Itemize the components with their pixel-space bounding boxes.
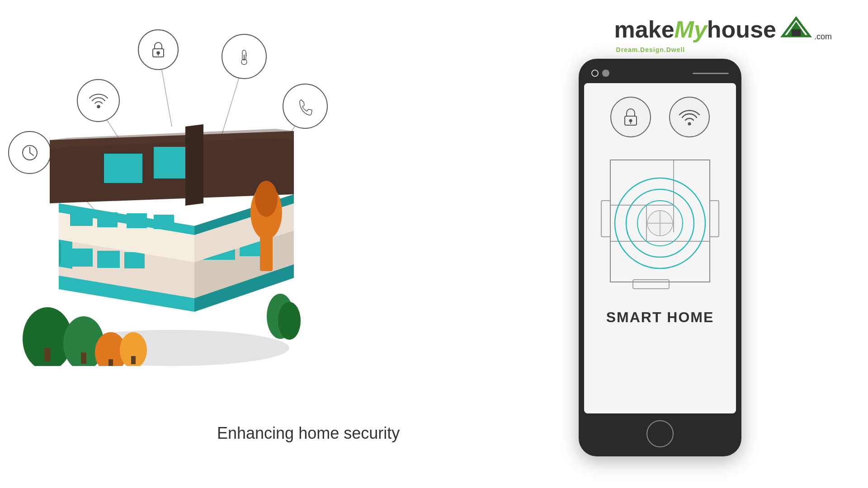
svg-rect-46 [44, 348, 51, 361]
svg-rect-22 [68, 249, 93, 267]
svg-rect-24 [124, 252, 145, 268]
phone-mockup: SMART HOME [579, 59, 741, 456]
phone-status-bar [693, 73, 729, 74]
smart-home-label: SMART HOME [606, 309, 714, 326]
phone-speaker-icon [602, 70, 609, 77]
right-section: make My house .com Dream.Design.Dwell [452, 0, 868, 488]
phone-screen: SMART HOME [584, 83, 736, 413]
left-section: Enhancing home security [0, 0, 452, 488]
svg-rect-34 [97, 212, 118, 227]
screen-wifi-icon [669, 97, 710, 137]
phone-camera-area [591, 70, 609, 77]
svg-rect-48 [81, 352, 86, 364]
svg-rect-33 [70, 210, 93, 226]
house-illustration [14, 23, 321, 366]
logo-house: house [707, 18, 776, 41]
logo-make: make [614, 18, 675, 41]
svg-rect-57 [792, 29, 801, 36]
svg-rect-23 [97, 251, 120, 268]
svg-rect-52 [131, 356, 136, 364]
svg-point-59 [629, 119, 632, 122]
screen-lock-icon [610, 97, 651, 137]
svg-rect-50 [108, 359, 113, 366]
phone-camera-icon [591, 70, 599, 77]
svg-rect-73 [601, 201, 610, 237]
logo-tagline: Dream.Design.Dwell [616, 46, 685, 53]
phone-top-bar [582, 68, 738, 79]
svg-point-61 [688, 122, 691, 126]
phone-home-button[interactable] [646, 420, 674, 447]
logo-my: My [675, 18, 707, 41]
svg-marker-41 [185, 124, 203, 206]
logo: make My house .com Dream.Design.Dwell [614, 14, 832, 53]
svg-marker-21 [59, 239, 61, 267]
svg-point-54 [278, 302, 301, 340]
logo-com: .com [814, 32, 832, 42]
svg-point-44 [255, 181, 278, 217]
caption: Enhancing home security [217, 424, 400, 443]
logo-roof-icon [778, 14, 814, 41]
svg-rect-36 [154, 215, 174, 229]
floor-plan-diagram [597, 151, 723, 296]
svg-rect-74 [710, 201, 719, 237]
svg-rect-75 [633, 280, 669, 289]
svg-rect-35 [127, 213, 147, 228]
svg-rect-39 [104, 154, 142, 183]
screen-icons-row [610, 97, 710, 137]
